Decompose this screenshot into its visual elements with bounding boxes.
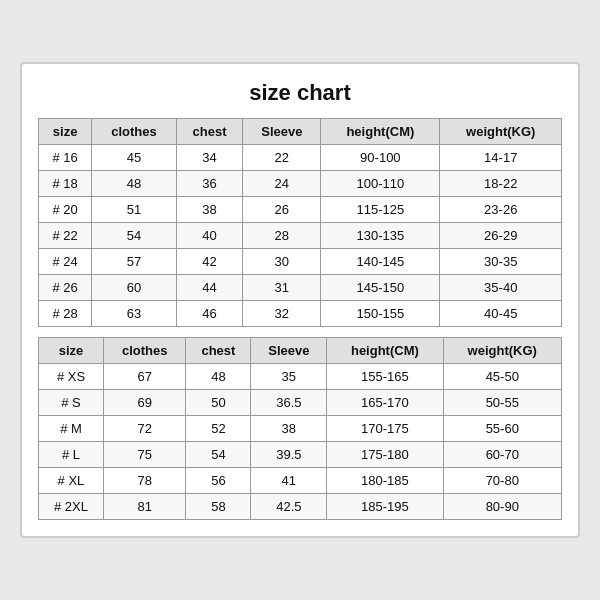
table2-header: sizeclotheschestSleeveheight(CM)weight(K… [39, 338, 562, 364]
table-cell: 57 [92, 249, 177, 275]
table-cell: 45-50 [443, 364, 561, 390]
table-row: # 26604431145-15035-40 [39, 275, 562, 301]
table-cell: 34 [176, 145, 243, 171]
table-row: # 18483624100-11018-22 [39, 171, 562, 197]
table2-header-cell: weight(KG) [443, 338, 561, 364]
table-cell: 48 [92, 171, 177, 197]
table-cell: 42.5 [251, 494, 327, 520]
table-cell: 50 [186, 390, 251, 416]
table-row: # XL785641180-18570-80 [39, 468, 562, 494]
table-cell: 30 [243, 249, 321, 275]
table2-header-cell: Sleeve [251, 338, 327, 364]
table-cell: 145-150 [321, 275, 440, 301]
table-cell: 185-195 [327, 494, 443, 520]
size-table-2: sizeclotheschestSleeveheight(CM)weight(K… [38, 337, 562, 520]
table-row: # 2XL815842.5185-19580-90 [39, 494, 562, 520]
table-cell: # 22 [39, 223, 92, 249]
table-cell: 175-180 [327, 442, 443, 468]
table-cell: # 18 [39, 171, 92, 197]
table-cell: # 2XL [39, 494, 104, 520]
table1-header: sizeclotheschestSleeveheight(CM)weight(K… [39, 119, 562, 145]
table-row: # L755439.5175-18060-70 [39, 442, 562, 468]
table-cell: 67 [103, 364, 185, 390]
table-cell: 30-35 [440, 249, 562, 275]
table1-header-cell: height(CM) [321, 119, 440, 145]
table-cell: # 28 [39, 301, 92, 327]
table-cell: 54 [92, 223, 177, 249]
table-cell: 50-55 [443, 390, 561, 416]
table2-header-cell: chest [186, 338, 251, 364]
table1-header-cell: clothes [92, 119, 177, 145]
table-cell: 80-90 [443, 494, 561, 520]
table-cell: 58 [186, 494, 251, 520]
table-cell: 45 [92, 145, 177, 171]
table-cell: 48 [186, 364, 251, 390]
table-row: # M725238170-17555-60 [39, 416, 562, 442]
table1-header-cell: Sleeve [243, 119, 321, 145]
table2-header-cell: height(CM) [327, 338, 443, 364]
table-row: # 24574230140-14530-35 [39, 249, 562, 275]
table-row: # S695036.5165-17050-55 [39, 390, 562, 416]
table-cell: 31 [243, 275, 321, 301]
table1-body: # 1645342290-10014-17# 18483624100-11018… [39, 145, 562, 327]
table-cell: # S [39, 390, 104, 416]
table-cell: # 20 [39, 197, 92, 223]
table-cell: 36.5 [251, 390, 327, 416]
table-cell: 26-29 [440, 223, 562, 249]
table1-header-cell: chest [176, 119, 243, 145]
table-cell: 14-17 [440, 145, 562, 171]
table-row: # 20513826115-12523-26 [39, 197, 562, 223]
table-cell: # 26 [39, 275, 92, 301]
table-cell: 170-175 [327, 416, 443, 442]
table-cell: # 16 [39, 145, 92, 171]
table-cell: 90-100 [321, 145, 440, 171]
table-cell: 60 [92, 275, 177, 301]
table-cell: 81 [103, 494, 185, 520]
table-cell: 23-26 [440, 197, 562, 223]
table-cell: # XS [39, 364, 104, 390]
table-cell: 40-45 [440, 301, 562, 327]
table-cell: 38 [251, 416, 327, 442]
table2-body: # XS674835155-16545-50# S695036.5165-170… [39, 364, 562, 520]
table-cell: 26 [243, 197, 321, 223]
table-cell: # XL [39, 468, 104, 494]
table-cell: 54 [186, 442, 251, 468]
table-row: # 22544028130-13526-29 [39, 223, 562, 249]
table-cell: 140-145 [321, 249, 440, 275]
table-cell: 155-165 [327, 364, 443, 390]
table-cell: 165-170 [327, 390, 443, 416]
table-cell: 35-40 [440, 275, 562, 301]
table1-header-cell: weight(KG) [440, 119, 562, 145]
table2-header-cell: clothes [103, 338, 185, 364]
table-cell: 115-125 [321, 197, 440, 223]
table-cell: 35 [251, 364, 327, 390]
table-cell: 42 [176, 249, 243, 275]
size-chart-card: size chart sizeclotheschestSleeveheight(… [20, 62, 580, 538]
table-cell: 32 [243, 301, 321, 327]
table-cell: 56 [186, 468, 251, 494]
size-table-1: sizeclotheschestSleeveheight(CM)weight(K… [38, 118, 562, 327]
table-cell: 51 [92, 197, 177, 223]
table-cell: 55-60 [443, 416, 561, 442]
table-row: # XS674835155-16545-50 [39, 364, 562, 390]
table-row: # 1645342290-10014-17 [39, 145, 562, 171]
table-cell: 46 [176, 301, 243, 327]
table-cell: 180-185 [327, 468, 443, 494]
table-cell: 28 [243, 223, 321, 249]
table-cell: # L [39, 442, 104, 468]
table-cell: 72 [103, 416, 185, 442]
table1-header-cell: size [39, 119, 92, 145]
table-cell: 150-155 [321, 301, 440, 327]
table-cell: 44 [176, 275, 243, 301]
table-cell: 39.5 [251, 442, 327, 468]
table-cell: 41 [251, 468, 327, 494]
table2-header-cell: size [39, 338, 104, 364]
table-row: # 28634632150-15540-45 [39, 301, 562, 327]
table-cell: 70-80 [443, 468, 561, 494]
table-cell: 60-70 [443, 442, 561, 468]
chart-title: size chart [38, 80, 562, 106]
table-cell: 36 [176, 171, 243, 197]
table-cell: # 24 [39, 249, 92, 275]
table-cell: 130-135 [321, 223, 440, 249]
table-cell: 38 [176, 197, 243, 223]
